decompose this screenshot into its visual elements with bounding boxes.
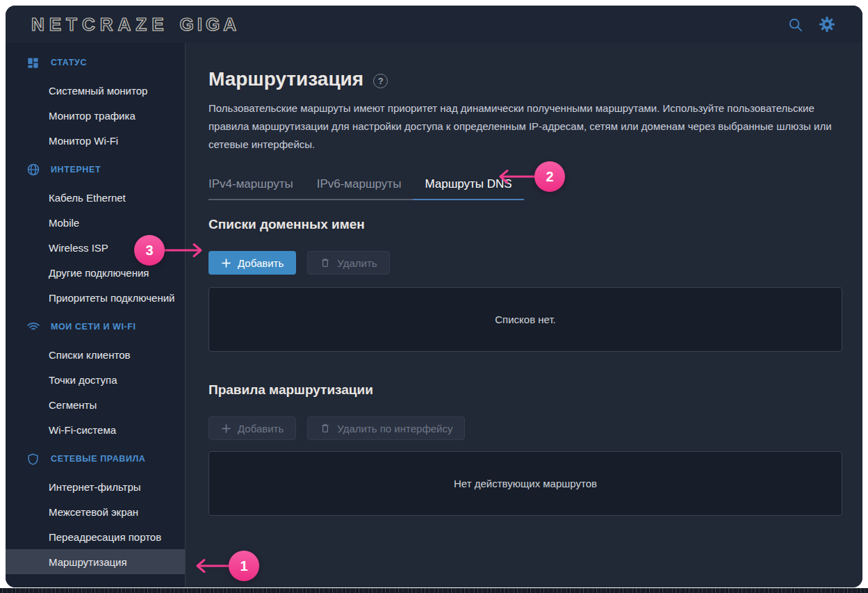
callout-arrow-1 xyxy=(192,557,234,575)
routing-rules-empty-text: Нет действующих маршрутов xyxy=(454,478,597,489)
page-title: Маршрутизация xyxy=(208,68,363,90)
sidebar-item-firewall[interactable]: Межсетевой экран xyxy=(6,499,185,524)
app-window: NETCRAZE GIGA xyxy=(6,6,862,587)
delete-by-interface-button[interactable]: Удалить по интерфейсу xyxy=(307,416,465,440)
add-route-button[interactable]: Добавить xyxy=(208,416,296,440)
sidebar-item-wifi-monitor[interactable]: Монитор Wi-Fi xyxy=(6,128,185,153)
add-domain-list-label: Добавить xyxy=(238,257,284,269)
sidebar-item-ethernet[interactable]: Кабель Ethernet xyxy=(6,185,185,210)
sidebar-section-status: СТАТУС xyxy=(6,47,185,78)
callout-arrow-3 xyxy=(163,241,207,259)
trash-icon xyxy=(320,423,331,434)
routing-rules-empty-box: Нет действующих маршрутов xyxy=(208,451,842,516)
clipped-content-artifact xyxy=(0,588,868,593)
callout-number: 3 xyxy=(145,243,153,259)
sidebar-item-client-lists[interactable]: Списки клиентов xyxy=(6,342,185,367)
plus-icon xyxy=(221,423,231,434)
trash-icon xyxy=(320,257,331,268)
callout-number: 1 xyxy=(240,558,247,574)
callout-number: 2 xyxy=(546,169,553,185)
topbar-icons xyxy=(786,15,836,33)
wifi-icon xyxy=(26,320,40,334)
sidebar-item-mobile[interactable]: Mobile xyxy=(6,210,185,235)
domain-lists-heading: Списки доменных имен xyxy=(208,217,842,232)
sidebar-item-access-points[interactable]: Точки доступа xyxy=(6,367,185,392)
add-route-label: Добавить xyxy=(238,423,284,434)
sidebar-item-wifi-system[interactable]: Wi-Fi-система xyxy=(6,417,185,442)
globe-icon xyxy=(26,163,40,177)
plus-icon xyxy=(221,258,231,268)
sidebar-section-label: МОИ СЕТИ И WI-FI xyxy=(51,322,136,332)
tab-ipv6-routes[interactable]: IPv6-маршруты xyxy=(305,169,413,200)
sidebar-section-label: ИНТЕРНЕТ xyxy=(51,165,101,174)
callout-circle-3: 3 xyxy=(134,235,165,266)
sidebar: СТАТУС Системный монитор Монитор трафика… xyxy=(6,43,186,587)
domain-lists-empty-box: Списков нет. xyxy=(208,287,842,352)
sidebar-section-label: СЕТЕВЫЕ ПРАВИЛА xyxy=(51,454,145,464)
sidebar-item-system-monitor[interactable]: Системный монитор xyxy=(6,78,185,103)
callout-arrow-2 xyxy=(495,168,537,186)
sidebar-item-segments[interactable]: Сегменты xyxy=(6,392,185,417)
domain-lists-empty-text: Списков нет. xyxy=(495,314,556,325)
tab-ipv4-routes[interactable]: IPv4-маршруты xyxy=(208,169,305,200)
callout-circle-1: 1 xyxy=(229,551,259,581)
sidebar-section-network-rules: СЕТЕВЫЕ ПРАВИЛА xyxy=(6,444,185,474)
sidebar-item-traffic-monitor[interactable]: Монитор трафика xyxy=(6,103,185,128)
add-domain-list-button[interactable]: Добавить xyxy=(208,251,296,275)
delete-domain-list-button[interactable]: Удалить xyxy=(307,251,389,275)
routing-rules-heading: Правила маршрутизации xyxy=(208,382,842,398)
help-icon[interactable]: ? xyxy=(373,74,388,88)
callout-circle-2: 2 xyxy=(534,161,565,192)
shield-icon xyxy=(26,452,40,466)
grid-icon xyxy=(26,56,40,70)
tab-bar: IPv4-маршруты IPv6-маршруты Маршруты DNS xyxy=(208,169,524,200)
sidebar-item-port-forwarding[interactable]: Переадресация портов xyxy=(6,524,185,549)
sidebar-section-label: СТАТУС xyxy=(51,58,87,67)
page-description: Пользовательские маршруты имеют приорите… xyxy=(208,99,842,154)
logo-text-giga: GIGA xyxy=(180,14,240,35)
delete-domain-list-label: Удалить xyxy=(337,257,377,269)
delete-by-interface-label: Удалить по интерфейсу xyxy=(337,423,452,434)
sidebar-section-internet: ИНТЕРНЕТ xyxy=(6,154,185,185)
top-bar: NETCRAZE GIGA xyxy=(6,6,862,43)
sidebar-item-connection-priorities[interactable]: Приоритеты подключений xyxy=(6,285,185,310)
main-content: Маршрутизация ? Пользовательские маршрут… xyxy=(186,43,862,587)
logo: NETCRAZE GIGA xyxy=(31,14,240,35)
sidebar-section-my-networks: МОИ СЕТИ И WI-FI xyxy=(6,311,185,342)
sidebar-item-internet-filters[interactable]: Интернет-фильтры xyxy=(6,474,185,499)
logo-text-netcraze: NETCRAZE xyxy=(31,14,169,35)
search-icon[interactable] xyxy=(786,15,804,33)
gear-icon[interactable] xyxy=(818,15,836,33)
sidebar-item-other-connections[interactable]: Другие подключения xyxy=(6,260,185,285)
sidebar-item-routing[interactable]: Маршрутизация xyxy=(6,549,185,574)
